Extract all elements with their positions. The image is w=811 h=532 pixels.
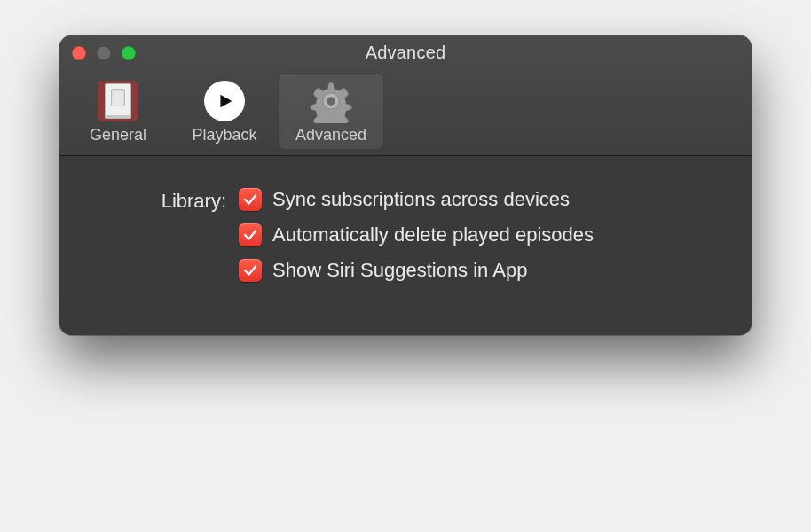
titlebar: Advanced General Playback [59, 35, 752, 156]
option-label: Sync subscriptions across devices [272, 188, 570, 211]
window-title: Advanced [59, 43, 752, 63]
library-label: Library: [95, 188, 226, 282]
preferences-toolbar: General Playback [59, 69, 752, 155]
checkbox-icon [239, 259, 262, 282]
minimize-icon [97, 46, 111, 60]
title-row: Advanced [59, 35, 752, 69]
tab-playback-label: Playback [171, 126, 278, 145]
switch-icon [98, 81, 138, 121]
checkbox-icon [239, 223, 262, 246]
play-icon [204, 81, 245, 121]
preferences-window: Advanced General Playback [59, 35, 752, 335]
option-label: Show Siri Suggestions in App [272, 259, 527, 282]
tab-general-label: General [65, 126, 171, 145]
close-icon[interactable] [72, 46, 86, 60]
svg-point-1 [327, 98, 335, 106]
tab-advanced-label: Advanced [278, 126, 384, 145]
tab-advanced[interactable]: Advanced [278, 73, 384, 150]
tab-playback[interactable]: Playback [171, 73, 278, 150]
option-siri-suggestions[interactable]: Show Siri Suggestions in App [239, 259, 594, 282]
checkbox-icon [239, 188, 262, 211]
window-controls [72, 46, 136, 60]
tab-general[interactable]: General [65, 73, 171, 150]
option-sync-subscriptions[interactable]: Sync subscriptions across devices [239, 188, 594, 211]
option-label: Automatically delete played episodes [272, 223, 594, 246]
content-pane: Library: Sync subscriptions across devic… [59, 156, 752, 335]
library-options: Sync subscriptions across devices Automa… [239, 188, 594, 282]
option-auto-delete[interactable]: Automatically delete played episodes [239, 223, 594, 246]
library-section: Library: Sync subscriptions across devic… [95, 188, 716, 282]
gear-icon [309, 79, 353, 123]
zoom-icon[interactable] [122, 46, 136, 60]
